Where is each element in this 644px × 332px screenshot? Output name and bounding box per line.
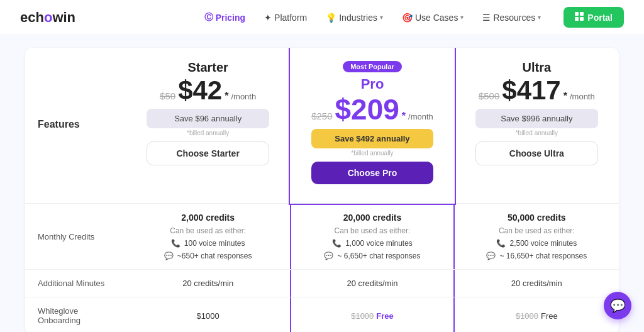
dollar-icon: Ⓒ	[204, 12, 213, 23]
choose-starter-button[interactable]: Choose Starter	[147, 141, 269, 165]
pro-price-period: /month	[408, 112, 433, 121]
choose-ultra-button[interactable]: Choose Ultra	[475, 141, 598, 165]
nav-links: Ⓒ Pricing ✦ Platform 💡 Industries ▾ 🎯 Us…	[197, 8, 549, 27]
pricing-table: Features Starter $50 $42 * /month Save $…	[25, 48, 619, 332]
pro-chat: 💬 ~ 6,650+ chat responses	[324, 252, 420, 260]
nav-item-industries[interactable]: 💡 Industries ▾	[318, 9, 391, 26]
ultra-voice: 📞 2,500 voice minutes	[496, 239, 577, 248]
pro-voice: 📞 1,000 voice minutes	[332, 239, 413, 248]
ultra-price-asterisk: *	[564, 91, 567, 102]
choose-pro-button[interactable]: Choose Pro	[311, 162, 434, 184]
pro-save-button[interactable]: Save $492 annually	[311, 129, 434, 148]
nav-item-platform[interactable]: ✦ Platform	[257, 9, 314, 26]
usecases-icon: 🎯	[402, 13, 413, 23]
starter-price-row: $50 $42 * /month	[136, 77, 280, 104]
main-content: Features Starter $50 $42 * /month Save $…	[0, 35, 644, 332]
pro-price-main: $209	[335, 95, 399, 124]
chat-bubble-icon: 💬	[610, 298, 626, 313]
nav-item-resources[interactable]: ☰ Resources ▾	[475, 9, 548, 26]
ultra-whiteglove: $1000 Free	[455, 297, 619, 332]
starter-billed-note: *billed annually	[136, 130, 280, 136]
pro-whiteglove: $1000 Free	[290, 297, 454, 332]
pro-price-asterisk: *	[402, 111, 406, 122]
starter-save-button[interactable]: Save $96 annually	[147, 109, 269, 128]
chevron-down-icon: ▾	[538, 14, 541, 21]
ultra-price-period: /month	[570, 92, 595, 101]
svg-rect-3	[580, 17, 584, 21]
ultra-chat: 💬 ~ 16,650+ chat responses	[486, 252, 587, 260]
ultra-credits-cell: 50,000 credits Can be used as either: 📞 …	[455, 204, 619, 270]
starter-price-main: $42	[178, 77, 222, 104]
resources-icon: ☰	[482, 13, 491, 23]
svg-rect-1	[580, 12, 584, 16]
chat-icon: 💬	[486, 252, 496, 260]
nav-item-pricing[interactable]: Ⓒ Pricing	[197, 8, 253, 27]
ultra-price-main: $417	[502, 77, 560, 104]
svg-rect-0	[575, 12, 579, 16]
starter-header: Starter $50 $42 * /month Save $96 annual…	[126, 48, 290, 204]
starter-chat: 💬 ~650+ chat responses	[164, 252, 252, 260]
pro-price-original: $250	[311, 111, 332, 121]
pro-additional: 20 credits/min	[290, 270, 454, 297]
pro-credits-cell: 20,000 credits Can be used as either: 📞 …	[290, 204, 454, 270]
chat-icon: 💬	[324, 252, 333, 260]
chevron-down-icon: ▾	[380, 14, 383, 21]
svg-rect-2	[575, 17, 579, 21]
industries-icon: 💡	[326, 13, 336, 23]
starter-plan-name: Starter	[136, 60, 280, 75]
starter-price-original: $50	[160, 91, 175, 101]
starter-whiteglove: $1000	[126, 297, 290, 332]
ultra-save-button[interactable]: Save $996 annually	[475, 109, 598, 128]
logo[interactable]: echowin	[20, 9, 75, 26]
grid-icon	[575, 12, 584, 23]
phone-icon: 📞	[332, 239, 341, 248]
most-popular-badge: Most Popular	[300, 60, 444, 76]
portal-button[interactable]: Portal	[564, 7, 624, 28]
additional-minutes-label: Additional Minutes	[25, 270, 126, 297]
ultra-additional: 20 credits/min	[455, 270, 619, 297]
features-header: Features	[25, 48, 126, 204]
pro-billed-note: *billed annually	[300, 150, 444, 157]
phone-icon: 📞	[496, 239, 506, 248]
pro-plan-name: Pro	[300, 76, 444, 92]
ultra-price-original: $500	[479, 91, 499, 101]
pro-price-row: $250 $209 * /month	[300, 95, 444, 124]
ultra-billed-note: *billed annually	[465, 130, 609, 136]
chevron-down-icon: ▾	[460, 14, 464, 21]
phone-icon: 📞	[171, 239, 180, 248]
starter-price-period: /month	[231, 92, 256, 101]
pro-header: Most Popular Pro $250 $209 * /month Save…	[290, 48, 454, 204]
nav-item-use-cases[interactable]: 🎯 Use Cases ▾	[394, 9, 471, 26]
platform-icon: ✦	[264, 13, 272, 23]
starter-credits-cell: 2,000 credits Can be used as either: 📞 1…	[126, 204, 290, 270]
ultra-header: Ultra $500 $417 * /month Save $996 annua…	[455, 48, 619, 204]
starter-price-asterisk: *	[225, 91, 228, 102]
starter-additional: 20 credits/min	[126, 270, 290, 297]
chat-icon: 💬	[164, 252, 174, 260]
starter-voice: 📞 100 voice minutes	[171, 239, 245, 248]
chat-bubble[interactable]: 💬	[604, 292, 631, 319]
ultra-plan-name: Ultra	[465, 60, 609, 75]
ultra-price-row: $500 $417 * /month	[465, 77, 609, 104]
navigation: echowin Ⓒ Pricing ✦ Platform 💡 Industrie…	[0, 0, 644, 35]
whiteglove-label: Whiteglove Onboarding	[25, 297, 126, 332]
